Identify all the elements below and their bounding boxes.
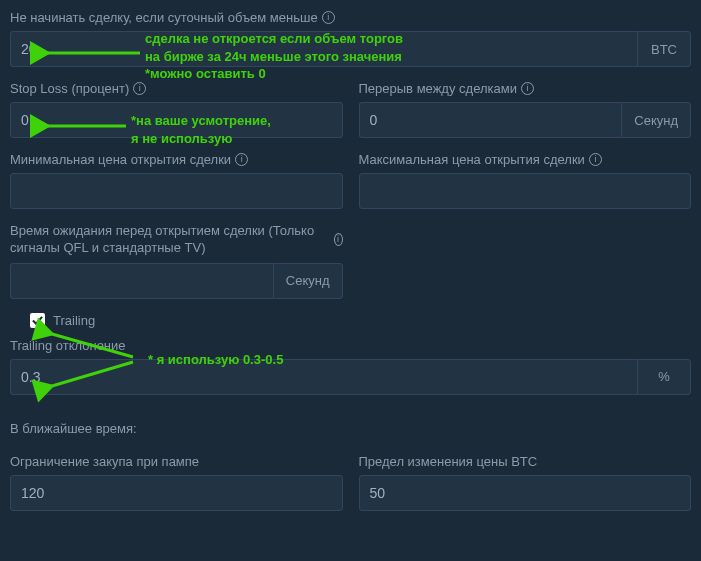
daily-volume-unit: BTC <box>637 31 691 67</box>
pump-limit-input[interactable] <box>10 475 343 511</box>
stop-loss-input[interactable] <box>10 102 343 138</box>
info-icon[interactable]: i <box>589 153 602 166</box>
btc-change-limit-input[interactable] <box>359 475 692 511</box>
stop-loss-label: Stop Loss (процент) i <box>10 81 343 96</box>
pump-limit-label: Ограничение закупа при пампе <box>10 454 343 469</box>
wait-time-unit: Секунд <box>273 263 343 299</box>
trailing-checkbox[interactable] <box>30 313 45 328</box>
coming-soon-heading: В ближайшее время: <box>10 421 691 436</box>
info-icon[interactable]: i <box>521 82 534 95</box>
btc-change-limit-label: Предел изменения цены BTC <box>359 454 692 469</box>
min-open-price-label: Минимальная цена открытия сделки i <box>10 152 343 167</box>
daily-volume-input[interactable] <box>10 31 637 67</box>
daily-volume-label: Не начинать сделку, если суточный объем … <box>10 10 691 25</box>
info-icon[interactable]: i <box>133 82 146 95</box>
cooldown-unit: Секунд <box>621 102 691 138</box>
info-icon[interactable]: i <box>235 153 248 166</box>
trailing-checkbox-label: Trailing <box>53 313 95 328</box>
min-open-price-input[interactable] <box>10 173 343 209</box>
trailing-deviation-label: Trailing отклонение <box>10 338 691 353</box>
info-icon[interactable]: i <box>322 11 335 24</box>
max-open-price-input[interactable] <box>359 173 692 209</box>
trailing-deviation-input[interactable] <box>10 359 637 395</box>
wait-time-input[interactable] <box>10 263 273 299</box>
wait-time-label: Время ожидания перед открытием сделки (Т… <box>10 223 343 257</box>
trailing-deviation-unit: % <box>637 359 691 395</box>
cooldown-label: Перерыв между сделками i <box>359 81 692 96</box>
info-icon[interactable]: i <box>334 233 343 246</box>
max-open-price-label: Максимальная цена открытия сделки i <box>359 152 692 167</box>
cooldown-input[interactable] <box>359 102 622 138</box>
